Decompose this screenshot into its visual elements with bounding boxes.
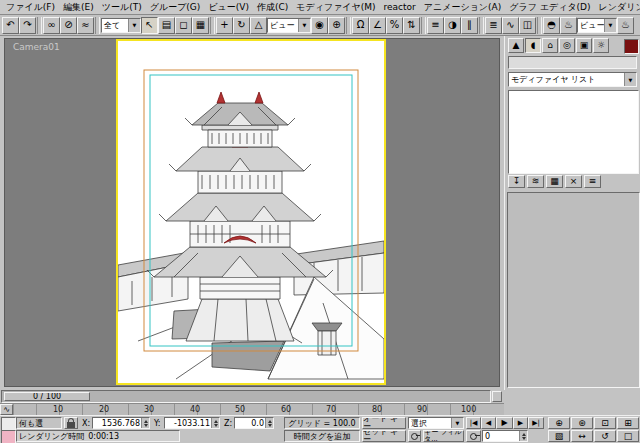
x-spinner[interactable] <box>141 418 149 428</box>
menu-tools[interactable]: ツール(T) <box>98 1 146 14</box>
rollout-area[interactable] <box>507 192 640 388</box>
modifier-list-combo[interactable]: モディファイヤ リスト ▼ <box>508 72 637 87</box>
menu-graph-editors[interactable]: グラフ エディタ(D) <box>505 1 594 14</box>
make-unique-button[interactable]: ▦ <box>546 175 563 188</box>
track-splitter[interactable] <box>492 391 502 402</box>
menu-modifiers[interactable]: モディファイヤ(M) <box>292 1 379 14</box>
chevron-down-icon[interactable]: ▼ <box>624 73 636 86</box>
rotate-button[interactable]: ↻ <box>233 17 250 34</box>
mini-listener-script[interactable] <box>1 430 16 443</box>
selection-lock-button[interactable] <box>64 417 78 429</box>
mirror-button[interactable]: ◑ <box>444 17 461 34</box>
named-selection-sets-button[interactable]: ≡ <box>427 17 444 34</box>
zoom-button[interactable]: ⊕ <box>548 417 570 429</box>
maximize-viewport-button[interactable]: □ <box>617 430 639 442</box>
key-filters-button[interactable]: キー フィルタ... <box>423 430 464 442</box>
track-bar[interactable]: ∿ 10 20 30 40 50 60 70 80 90 100 <box>0 403 504 415</box>
menu-edit[interactable]: 編集(E) <box>59 1 98 14</box>
y-coordinate-field[interactable]: -1033.11 <box>164 417 220 429</box>
time-slider-track[interactable]: 0 / 100 <box>1 390 491 403</box>
select-and-link-button[interactable]: ∞ <box>43 17 60 34</box>
tab-modify[interactable]: ◖ <box>525 38 541 53</box>
modifier-stack-list[interactable] <box>508 90 639 174</box>
camera-viewport[interactable]: Camera01 <box>4 38 500 387</box>
configure-modifier-sets-button[interactable]: ≡ <box>584 175 601 188</box>
selection-filter-combo[interactable]: 全て ▼ <box>101 18 141 33</box>
tab-utilities[interactable]: ☼ <box>593 38 609 53</box>
tab-display[interactable]: ▣ <box>576 38 592 53</box>
redo-button[interactable]: ↷ <box>19 17 36 34</box>
current-time-spinner[interactable] <box>519 431 527 441</box>
pan-button[interactable]: ↔ <box>571 430 593 442</box>
menu-views[interactable]: ビュー(V) <box>204 1 253 14</box>
menu-group[interactable]: グループ(G) <box>146 1 205 14</box>
zoom-extents-button[interactable]: ⊡ <box>594 417 616 429</box>
render-type-combo[interactable]: ビュー ▼ <box>577 18 617 33</box>
select-by-name-button[interactable]: ▤ <box>158 17 175 34</box>
menu-reactor[interactable]: reactor <box>380 2 420 12</box>
goto-start-button[interactable]: |◀ <box>466 417 481 429</box>
angle-snap-button[interactable]: ∠ <box>369 17 386 34</box>
remove-modifier-button[interactable]: × <box>565 175 582 188</box>
y-spinner[interactable] <box>211 418 219 428</box>
mini-listener-macro[interactable] <box>1 417 16 431</box>
render-setup-button[interactable]: ♨ <box>560 17 577 34</box>
align-button[interactable]: ∥ <box>461 17 478 34</box>
select-object-button[interactable]: ↖ <box>141 17 158 34</box>
tab-create[interactable]: ▲ <box>508 38 524 53</box>
set-keys-key-button[interactable] <box>408 430 421 442</box>
tab-motion[interactable]: ◎ <box>559 38 575 53</box>
pin-stack-button[interactable]: ↧ <box>508 175 525 188</box>
chevron-down-icon[interactable]: ▼ <box>128 19 140 32</box>
coord-system-combo[interactable]: ビュー ▼ <box>267 18 311 33</box>
quick-render-button[interactable]: ♨ <box>617 17 634 34</box>
zoom-all-button[interactable]: ⊛ <box>571 417 593 429</box>
key-selection-combo[interactable]: 選択 ▼ <box>408 417 464 429</box>
move-button[interactable]: + <box>216 17 233 34</box>
set-key-button[interactable]: セット キー <box>362 430 406 442</box>
percent-snap-button[interactable]: % <box>386 17 403 34</box>
show-end-result-button[interactable]: ≋ <box>527 175 544 188</box>
goto-end-button[interactable]: ▶| <box>528 417 544 429</box>
spinner-snap-button[interactable]: ⇅ <box>403 17 420 34</box>
previous-frame-button[interactable]: ◀ <box>481 417 496 429</box>
curve-editor-button[interactable]: ∿ <box>502 17 519 34</box>
object-color-swatch[interactable] <box>624 39 639 54</box>
object-name-field[interactable] <box>508 56 637 69</box>
chevron-down-icon[interactable]: ▼ <box>604 19 616 32</box>
key-mode-toggle[interactable] <box>466 430 481 442</box>
selection-region-button[interactable]: ◻ <box>175 17 192 34</box>
unlink-button[interactable]: ⊘ <box>60 17 77 34</box>
select-manipulate-button[interactable]: ⊕ <box>328 17 345 34</box>
chevron-down-icon[interactable]: ▼ <box>298 19 310 32</box>
schematic-view-button[interactable]: ◫ <box>519 17 536 34</box>
add-time-tag[interactable]: 時間タグを追加 <box>284 430 360 442</box>
bind-spacewarp-button[interactable]: ≈ <box>77 17 94 34</box>
time-slider-handle[interactable]: 0 / 100 <box>4 392 90 401</box>
menu-rendering[interactable]: レンダリング(R) <box>595 1 640 14</box>
use-pivot-center-button[interactable]: ◉ <box>311 17 328 34</box>
layer-manager-button[interactable]: ≣ <box>485 17 502 34</box>
scale-button[interactable]: △ <box>250 17 267 34</box>
window-crossing-button[interactable]: ▦ <box>192 17 209 34</box>
next-frame-button[interactable]: ▶ <box>513 417 528 429</box>
material-editor-button[interactable]: ◓ <box>543 17 560 34</box>
play-button[interactable]: ▶ <box>496 417 513 429</box>
z-coordinate-field[interactable]: 0.0 <box>234 417 274 429</box>
menu-create[interactable]: 作成(C) <box>253 1 292 14</box>
zoom-region-button[interactable]: ▧ <box>548 430 570 442</box>
undo-button[interactable]: ↶ <box>2 17 19 34</box>
chevron-down-icon[interactable]: ▼ <box>451 418 463 428</box>
zoom-extents-all-button[interactable]: ⊞ <box>617 417 639 429</box>
menu-animation[interactable]: アニメーション(A) <box>420 1 505 14</box>
x-coordinate-field[interactable]: 1536.768 <box>92 417 150 429</box>
orbit-button[interactable]: ↺ <box>594 430 616 442</box>
mini-curve-editor-button[interactable]: ∿ <box>0 404 13 415</box>
z-spinner[interactable] <box>265 418 273 428</box>
viewport-label[interactable]: Camera01 <box>13 42 60 52</box>
menu-file[interactable]: ファイル(F) <box>2 1 59 14</box>
snap-toggle-button[interactable]: Ω <box>352 17 369 34</box>
tab-hierarchy[interactable]: ⌂ <box>542 38 558 53</box>
current-time-field[interactable]: 0 <box>482 430 528 442</box>
auto-key-button[interactable]: オート キー <box>362 417 406 429</box>
